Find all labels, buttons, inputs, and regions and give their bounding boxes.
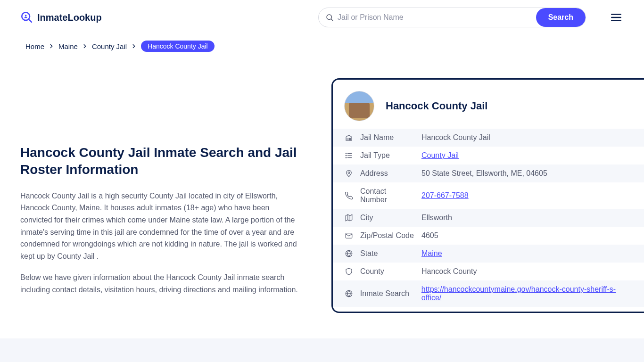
row-value: County Jail <box>421 151 459 160</box>
svg-rect-18 <box>346 233 352 239</box>
card-header: Hancock County Jail <box>333 91 644 129</box>
row-label: Inmate Search <box>360 289 415 298</box>
row-label: Jail Type <box>360 151 415 160</box>
breadcrumb-link-type[interactable]: County Jail <box>92 42 127 50</box>
row-value: https://hancockcountymaine.gov/hancock-c… <box>421 285 634 302</box>
card-title: Hancock County Jail <box>386 100 487 112</box>
search-form: Search <box>318 8 586 27</box>
breadcrumb-link-state[interactable]: Maine <box>58 42 78 50</box>
row-value: 50 State Street, Ellsworth, ME, 04605 <box>421 169 547 178</box>
footer-band <box>0 338 644 362</box>
row-inmate-search: Inmate Search https://hancockcountymaine… <box>333 280 644 307</box>
building-icon <box>344 133 354 142</box>
row-value: Hancock County <box>421 267 477 276</box>
chevron-right-icon <box>48 43 55 49</box>
brand-logo[interactable]: InmateLookup <box>20 11 102 24</box>
contact-link[interactable]: 207-667-7588 <box>421 191 469 199</box>
row-address: Address 50 State Street, Ellsworth, ME, … <box>333 165 644 182</box>
row-label: State <box>360 249 415 258</box>
main-content: Hancock County Jail Inmate Search and Ja… <box>0 52 644 313</box>
hamburger-menu-button[interactable] <box>609 10 624 25</box>
row-value: Ellsworth <box>421 214 452 222</box>
list-icon <box>344 151 354 160</box>
search-icon <box>325 13 334 22</box>
row-zip: Zip/Postal Code 4605 <box>333 227 644 245</box>
svg-point-12 <box>346 155 347 156</box>
row-label: Contact Number <box>360 187 415 204</box>
globe-icon <box>344 289 354 298</box>
site-header: InmateLookup Search <box>0 0 644 35</box>
envelope-icon <box>344 231 354 240</box>
chevron-right-icon <box>131 43 137 49</box>
svg-line-4 <box>331 19 332 20</box>
map-pin-icon <box>344 169 354 178</box>
svg-marker-15 <box>346 214 352 221</box>
row-label: Jail Name <box>360 133 415 142</box>
row-county: County Hancock County <box>333 263 644 280</box>
jail-info-card: Hancock County Jail Jail Name Hancock Co… <box>331 78 644 313</box>
chevron-right-icon <box>82 43 88 49</box>
svg-point-11 <box>346 153 347 154</box>
row-contact: Contact Number 207-667-7588 <box>333 182 644 209</box>
inmate-search-link[interactable]: https://hancockcountymaine.gov/hancock-c… <box>421 285 616 302</box>
jail-type-link[interactable]: County Jail <box>421 151 459 159</box>
row-jail-type: Jail Type County Jail <box>333 147 644 165</box>
state-link[interactable]: Maine <box>421 249 442 257</box>
row-label: Zip/Postal Code <box>360 231 415 240</box>
intro-paragraph-1: Hancock County Jail is a high security C… <box>20 190 303 263</box>
brand-name: InmateLookup <box>37 12 102 23</box>
svg-line-1 <box>29 19 32 22</box>
row-value: 4605 <box>421 231 438 240</box>
magnifier-person-icon <box>20 11 33 24</box>
breadcrumb-link-home[interactable]: Home <box>25 42 44 50</box>
phone-icon <box>344 191 354 200</box>
search-button[interactable]: Search <box>536 8 586 27</box>
row-value: Hancock County Jail <box>421 133 490 142</box>
shield-icon <box>344 267 354 276</box>
search-input[interactable] <box>319 8 536 27</box>
svg-point-2 <box>25 15 27 16</box>
row-state: State Maine <box>333 245 644 263</box>
card-rows: Jail Name Hancock County Jail Jail Type … <box>333 129 644 307</box>
row-jail-name: Jail Name Hancock County Jail <box>333 129 644 147</box>
jail-avatar <box>344 91 374 121</box>
breadcrumb: Home Maine County Jail Hancock County Ja… <box>0 35 644 52</box>
svg-point-13 <box>346 157 347 158</box>
globe-icon <box>344 249 354 258</box>
row-label: Address <box>360 169 415 178</box>
info-card-column: Hancock County Jail Jail Name Hancock Co… <box>330 78 644 313</box>
map-icon <box>344 214 354 222</box>
row-label: City <box>360 214 415 222</box>
page-title: Hancock County Jail Inmate Search and Ja… <box>20 144 303 179</box>
row-value: Maine <box>421 249 442 258</box>
row-value: 207-667-7588 <box>421 191 469 200</box>
intro-paragraph-2: Below we have given information about th… <box>20 272 303 296</box>
article-column: Hancock County Jail Inmate Search and Ja… <box>20 78 303 313</box>
row-label: County <box>360 267 415 276</box>
row-city: City Ellsworth <box>333 209 644 227</box>
svg-point-14 <box>348 172 350 174</box>
breadcrumb-current: Hancock County Jail <box>141 41 215 52</box>
